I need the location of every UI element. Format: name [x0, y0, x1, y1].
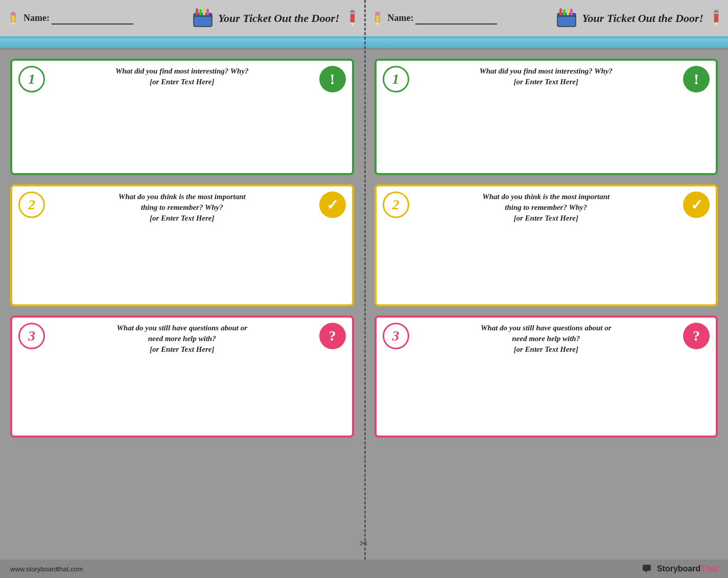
svg-rect-2	[11, 12, 15, 15]
left-panel: Name: Your Ticket Out	[0, 0, 364, 560]
card-1-header-right: 1 What did you find most interesting? Wh…	[383, 66, 710, 92]
svg-rect-16	[350, 10, 355, 13]
card-3-body-left[interactable]	[18, 359, 346, 430]
card-3-header-right: 3 What do you still have questions about…	[383, 323, 710, 355]
exclamation-icon-right-1	[694, 70, 699, 88]
card-2-question-left: What do you think is the most important …	[45, 191, 319, 224]
footer-url: www.storyboardthat.com	[10, 565, 83, 573]
svg-rect-30	[570, 10, 573, 15]
card-2-body-right[interactable]	[383, 228, 710, 299]
svg-rect-17	[350, 13, 355, 14]
card-1-icon-left	[319, 66, 346, 92]
card-1-right: 1 What did you find most interesting? Wh…	[374, 59, 718, 175]
card-2-header-left: 2 What do you think is the most importan…	[18, 191, 346, 224]
blue-stripe-left	[0, 38, 364, 50]
cut-icon: ✂	[360, 537, 368, 549]
card-1-number-right: 1	[383, 66, 409, 92]
svg-rect-24	[559, 9, 562, 15]
card-1-question-left: What did you find most interesting? Why?…	[45, 66, 319, 87]
card-2-right: 2 What do you think is the most importan…	[374, 184, 718, 306]
card-2-left: 2 What do you think is the most importan…	[10, 184, 354, 306]
card-3-left: 3 What do you still have questions about…	[10, 316, 354, 438]
card-2-body-left[interactable]	[18, 228, 346, 299]
red-pencil-icon-right	[711, 9, 722, 28]
card-3-body-right[interactable]	[383, 359, 710, 430]
svg-marker-13	[206, 9, 209, 10]
left-header: Name: Your Ticket Out	[0, 0, 364, 38]
card-1-left: 1 What did you find most interesting? Wh…	[10, 59, 354, 175]
card-2-number-left: 2	[18, 191, 45, 218]
crayon-box-icon-left	[192, 8, 214, 29]
name-label-right: Name:	[388, 13, 414, 23]
name-underline-right[interactable]	[415, 12, 497, 25]
card-3-icon-left	[319, 323, 346, 349]
svg-marker-37	[645, 571, 647, 573]
svg-rect-12	[206, 10, 209, 15]
card-2-icon-left	[319, 191, 346, 218]
svg-rect-4	[194, 15, 212, 27]
name-underline-left[interactable]	[52, 12, 133, 25]
cut-line	[364, 0, 366, 560]
svg-rect-34	[714, 10, 718, 13]
card-1-question-right: What did you find most interesting? Why?…	[409, 66, 684, 87]
checkmark-icon-left-2	[326, 197, 338, 213]
name-label-left: Name:	[24, 13, 50, 23]
card-2-question-right: What do you think is the most important …	[409, 191, 684, 224]
svg-marker-11	[203, 8, 205, 9]
svg-marker-9	[199, 9, 202, 10]
name-section-right: Name:	[370, 11, 556, 26]
card-2-number-right: 2	[383, 191, 409, 218]
pencil-icon-right	[370, 11, 385, 26]
page-footer: www.storyboardthat.com StoryboardThat	[0, 560, 728, 578]
svg-rect-21	[375, 15, 380, 16]
question-icon-left-3	[329, 328, 336, 344]
right-header: Name: Your Ticket Out the Door!	[364, 0, 729, 38]
card-2-icon-right	[683, 191, 710, 218]
question-icon-right-3	[693, 328, 700, 344]
pencil-icon-left	[6, 11, 20, 26]
card-3-question-right: What do you still have questions about o…	[409, 323, 684, 355]
card-3-question-left: What do you still have questions about o…	[45, 323, 319, 355]
content-area-right: 1 What did you find most interesting? Wh…	[364, 50, 729, 560]
svg-rect-36	[643, 565, 651, 571]
svg-marker-31	[570, 9, 573, 10]
right-panel: Name: Your Ticket Out the Door!	[364, 0, 729, 560]
title-section-left: Your Ticket Out the Door!	[192, 8, 358, 29]
card-3-number-left: 3	[18, 323, 45, 349]
svg-rect-28	[567, 9, 569, 15]
title-section-right: Your Ticket Out the Door!	[555, 8, 722, 29]
svg-rect-26	[563, 10, 566, 15]
svg-rect-20	[375, 12, 380, 15]
svg-rect-6	[196, 9, 198, 15]
svg-marker-7	[196, 8, 198, 9]
red-pencil-icon-left	[347, 9, 358, 28]
svg-marker-29	[567, 8, 569, 9]
storyboardthat-logo-icon	[642, 563, 654, 575]
checkmark-icon-right-2	[691, 197, 702, 213]
name-section-left: Name:	[6, 11, 192, 26]
ticket-title-right: Your Ticket Out the Door!	[582, 12, 703, 25]
svg-marker-27	[563, 9, 566, 10]
card-2-header-right: 2 What do you think is the most importan…	[383, 191, 710, 224]
card-3-icon-right	[683, 323, 710, 349]
ticket-title-left: Your Ticket Out the Door!	[218, 12, 340, 25]
card-1-icon-right	[683, 66, 710, 92]
svg-rect-8	[199, 10, 202, 15]
footer-brand-text: StoryboardThat	[657, 564, 718, 573]
exclamation-icon-left-1	[330, 70, 335, 88]
svg-marker-19	[375, 22, 380, 26]
crayon-box-icon-right	[555, 8, 578, 29]
svg-marker-15	[350, 22, 355, 27]
card-3-header-left: 3 What do you still have questions about…	[18, 323, 346, 355]
svg-marker-33	[714, 22, 718, 27]
card-1-body-right[interactable]	[383, 97, 710, 168]
card-1-body-left[interactable]	[18, 97, 346, 168]
blue-stripe-right	[364, 38, 729, 50]
card-3-number-right: 3	[383, 323, 409, 349]
svg-marker-25	[559, 8, 562, 9]
footer-brand-section: StoryboardThat	[642, 563, 718, 575]
content-area-left: 1 What did you find most interesting? Wh…	[0, 50, 364, 560]
card-1-header-left: 1 What did you find most interesting? Wh…	[18, 66, 346, 92]
svg-rect-35	[714, 13, 718, 14]
card-1-number-left: 1	[18, 66, 45, 92]
